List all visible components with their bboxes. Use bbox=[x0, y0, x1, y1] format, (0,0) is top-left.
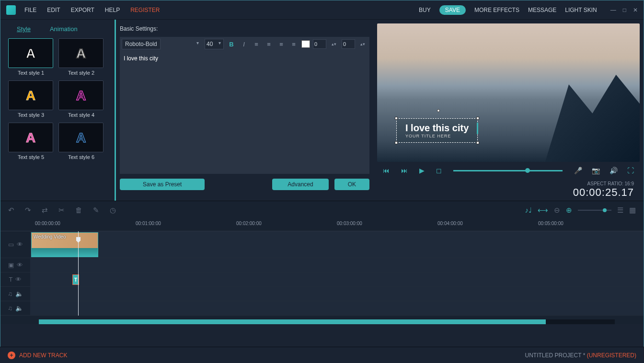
audio-track-1-icon[interactable]: ♫ bbox=[8, 290, 12, 297]
svg-text:A: A bbox=[76, 130, 86, 145]
overlay-title-text: I love this city bbox=[405, 123, 469, 134]
align-justify-icon[interactable]: ≡ bbox=[289, 39, 299, 49]
goto-start-icon[interactable]: ⏮ bbox=[383, 167, 390, 174]
light-skin-button[interactable]: LIGHT SKIN bbox=[565, 7, 597, 13]
minimize-icon[interactable]: — bbox=[610, 7, 616, 13]
text-style-5[interactable]: A bbox=[8, 123, 53, 152]
svg-text:A: A bbox=[26, 130, 35, 145]
ruler-mark: 00:02:00:00 bbox=[236, 221, 262, 226]
spacing-input-1[interactable] bbox=[313, 39, 326, 49]
save-button[interactable]: SAVE bbox=[439, 5, 466, 15]
grid-view-icon[interactable]: ▦ bbox=[629, 206, 636, 215]
stepper-2-icon[interactable]: ▴▾ bbox=[358, 39, 368, 49]
menu-file[interactable]: FILE bbox=[24, 7, 36, 13]
zoom-out-icon[interactable]: ⊖ bbox=[554, 206, 560, 215]
edit-icon[interactable]: ✎ bbox=[93, 206, 99, 215]
align-center-icon[interactable]: ≡ bbox=[264, 39, 274, 49]
volume-icon[interactable]: 🔊 bbox=[610, 167, 618, 174]
time-icon[interactable]: ◷ bbox=[110, 206, 116, 215]
maximize-icon[interactable]: □ bbox=[623, 7, 626, 13]
video-preview[interactable]: I love this city YOUR TITLE HERE bbox=[377, 23, 640, 162]
ok-button[interactable]: OK bbox=[334, 179, 369, 190]
text-style-6-label: Text style 6 bbox=[58, 154, 104, 160]
save-as-preset-button[interactable]: Save as Preset bbox=[120, 179, 205, 190]
audio-track-1[interactable] bbox=[30, 287, 644, 301]
visibility-icon[interactable]: 👁 bbox=[17, 261, 23, 269]
menu-help[interactable]: HELP bbox=[105, 7, 120, 13]
message-button[interactable]: MESSAGE bbox=[528, 7, 556, 13]
add-new-track-button[interactable]: + ADD NEW TRACK bbox=[8, 352, 67, 359]
overlay-track-icon[interactable]: ▣ bbox=[8, 261, 14, 269]
play-icon[interactable]: ▶ bbox=[419, 167, 425, 174]
zoom-in-icon[interactable]: ⊕ bbox=[566, 206, 572, 215]
bold-button[interactable]: B bbox=[227, 39, 236, 49]
audio-track-2[interactable] bbox=[30, 301, 644, 315]
text-style-4[interactable]: A bbox=[58, 80, 104, 110]
redo-icon[interactable]: ↷ bbox=[25, 206, 31, 215]
audio-track-2-icon[interactable]: ♫ bbox=[8, 305, 12, 312]
align-left-icon[interactable]: ≡ bbox=[252, 39, 261, 49]
mic-icon[interactable]: 🎤 bbox=[574, 167, 582, 174]
settings-icon[interactable]: ⇄ bbox=[42, 206, 48, 215]
visibility-icon[interactable]: 👁 bbox=[15, 276, 22, 283]
menu-register[interactable]: REGISTER bbox=[130, 7, 160, 13]
plus-icon: + bbox=[8, 352, 15, 359]
timecode: 00:00:25.17 bbox=[383, 186, 634, 199]
stop-icon[interactable]: ◻ bbox=[436, 167, 442, 174]
stepper-1-icon[interactable]: ▴▾ bbox=[329, 39, 339, 49]
close-icon[interactable]: ✕ bbox=[633, 7, 638, 13]
text-style-2-label: Text style 2 bbox=[58, 70, 104, 76]
spacing-input-2[interactable] bbox=[342, 39, 355, 49]
audio-tool-icon[interactable]: ♪♩ bbox=[525, 206, 532, 215]
text-style-1[interactable]: A bbox=[8, 38, 53, 68]
svg-text:A: A bbox=[76, 46, 86, 61]
text-style-4-label: Text style 4 bbox=[58, 112, 104, 118]
svg-text:A: A bbox=[26, 88, 35, 103]
text-style-6[interactable]: A bbox=[58, 123, 104, 152]
mute-icon[interactable]: 🔈 bbox=[15, 305, 23, 312]
video-track[interactable]: Wedding Video bbox=[30, 231, 644, 258]
timeline-scrollbar[interactable] bbox=[39, 319, 615, 324]
fit-icon[interactable]: ⟷ bbox=[538, 206, 548, 215]
advanced-button[interactable]: Advanced bbox=[272, 179, 328, 190]
text-track-icon[interactable]: T bbox=[9, 276, 13, 283]
font-size-select[interactable]: 40 bbox=[205, 39, 224, 49]
italic-button[interactable]: I bbox=[239, 39, 249, 49]
more-effects-button[interactable]: MORE EFFECTS bbox=[474, 7, 519, 13]
text-style-3[interactable]: A bbox=[8, 80, 53, 110]
visibility-icon[interactable]: 👁 bbox=[17, 241, 23, 248]
menu-edit[interactable]: EDIT bbox=[47, 7, 60, 13]
text-style-2[interactable]: A bbox=[58, 38, 104, 68]
delete-icon[interactable]: 🗑 bbox=[75, 206, 82, 214]
text-track[interactable]: T bbox=[30, 272, 644, 286]
clip-label: Wedding Video bbox=[34, 234, 66, 239]
timeline-ruler[interactable]: 00:00:00:00 00:01:00:00 00:02:00:00 00:0… bbox=[0, 219, 644, 231]
tab-style[interactable]: Style bbox=[17, 25, 31, 33]
tab-animation[interactable]: Animation bbox=[50, 25, 78, 33]
mute-icon[interactable]: 🔈 bbox=[15, 290, 23, 297]
playback-slider[interactable] bbox=[453, 170, 563, 171]
list-view-icon[interactable]: ☰ bbox=[617, 206, 623, 215]
undo-icon[interactable]: ↶ bbox=[8, 206, 14, 215]
text-color-swatch[interactable] bbox=[301, 40, 310, 48]
fullscreen-icon[interactable]: ⛶ bbox=[627, 167, 634, 174]
app-logo bbox=[6, 5, 16, 15]
menu-export[interactable]: EXPORT bbox=[71, 7, 94, 13]
prev-frame-icon[interactable]: ⏭ bbox=[401, 167, 408, 174]
ruler-mark: 00:04:00:00 bbox=[437, 221, 463, 226]
snapshot-icon[interactable]: 📷 bbox=[592, 167, 600, 174]
playhead[interactable] bbox=[78, 231, 79, 316]
video-track-icon[interactable]: ▭ bbox=[8, 241, 14, 248]
title-text-input[interactable]: I love this city bbox=[120, 51, 369, 174]
font-select[interactable]: Roboto-Bold bbox=[122, 39, 161, 49]
zoom-slider[interactable] bbox=[578, 210, 611, 211]
text-style-5-label: Text style 5 bbox=[8, 154, 54, 160]
aspect-ratio-label: ASPECT RATIO: 16:9 bbox=[383, 181, 634, 186]
title-overlay[interactable]: I love this city YOUR TITLE HERE bbox=[396, 118, 478, 143]
cut-icon[interactable]: ✂ bbox=[58, 206, 65, 215]
buy-button[interactable]: BUY bbox=[419, 7, 431, 13]
ruler-mark: 00:05:00:00 bbox=[538, 221, 564, 226]
overlay-track[interactable] bbox=[30, 258, 644, 272]
video-clip[interactable]: Wedding Video bbox=[31, 232, 98, 257]
align-right-icon[interactable]: ≡ bbox=[276, 39, 286, 49]
